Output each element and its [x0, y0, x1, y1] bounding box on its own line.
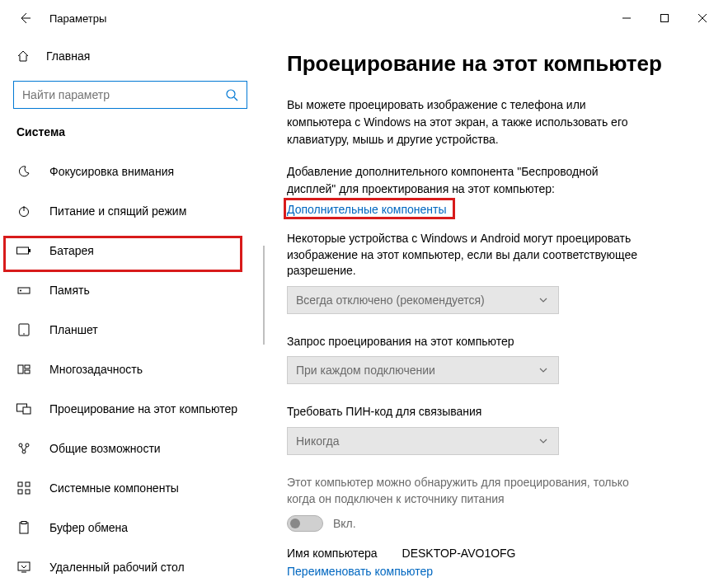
remote-icon [16, 561, 31, 574]
search-input[interactable] [22, 88, 222, 101]
svg-rect-20 [26, 490, 30, 494]
dropdown-value: Всегда отключено (рекомендуется) [296, 293, 537, 307]
setting-availability-label: Некоторые устройства с Windows и Android… [287, 231, 641, 279]
dropdown-value: При каждом подключении [296, 364, 537, 377]
sidebar-item-storage[interactable]: Память [0, 270, 261, 310]
sidebar-item-projecting[interactable]: Проецирование на этот компьютер [0, 389, 261, 429]
sidebar-item-shared[interactable]: Общие возможности [0, 429, 261, 468]
svg-rect-11 [25, 370, 30, 373]
sidebar-item-label: Буфер обмена [49, 521, 128, 534]
intro-text: Вы можете проецировать изображение с тел… [287, 96, 641, 148]
projecting-icon [16, 403, 31, 415]
sidebar-item-label: Питание и спящий режим [49, 204, 186, 218]
sidebar-item-tablet[interactable]: Планшет [0, 310, 261, 350]
minimize-button[interactable] [608, 5, 646, 31]
svg-point-15 [26, 444, 29, 447]
sidebar-item-label: Батарея [49, 244, 94, 257]
storage-icon [16, 284, 31, 297]
sidebar-item-focus[interactable]: Фокусировка внимания [0, 152, 261, 191]
chevron-down-icon [537, 365, 550, 375]
svg-rect-18 [26, 482, 30, 486]
window-title: Параметры [49, 12, 106, 25]
minimize-icon [622, 14, 631, 22]
sidebar-item-battery[interactable]: Батарея [0, 231, 261, 270]
svg-rect-17 [18, 482, 22, 486]
sidebar-item-label: Фокусировка внимания [49, 165, 174, 178]
sidebar-item-label: Системные компоненты [49, 481, 179, 495]
sidebar-item-label: Проецирование на этот компьютер [49, 402, 237, 415]
add-feature-text: Добавление дополнительного компонента "Б… [287, 163, 641, 198]
sidebar-item-components[interactable]: Системные компоненты [0, 468, 261, 508]
pc-name-label: Имя компьютера [287, 547, 378, 560]
setting-ask-label: Запрос проецирования на этот компьютер [287, 334, 641, 350]
discovery-toggle[interactable] [287, 515, 323, 532]
sidebar-item-label: Общие возможности [49, 442, 161, 455]
sidebar-item-label: Многозадачность [49, 363, 143, 376]
svg-point-6 [20, 290, 21, 292]
sidebar-item-label: Память [49, 284, 90, 297]
battery-icon [16, 246, 31, 256]
close-button[interactable] [683, 5, 721, 31]
maximize-button[interactable] [646, 5, 683, 31]
tablet-icon [16, 323, 31, 336]
optional-features-link[interactable]: Дополнительные компоненты [287, 203, 447, 216]
setting-ask-dropdown[interactable]: При каждом подключении [287, 356, 559, 384]
back-button[interactable] [7, 0, 43, 36]
search-icon [222, 88, 242, 101]
svg-rect-9 [18, 365, 23, 373]
page-title: Проецирование на этот компьютер [287, 51, 703, 77]
svg-rect-22 [21, 522, 26, 524]
search-box[interactable] [13, 81, 247, 109]
sidebar: Главная Система Фокусировка внимания Пит… [0, 36, 264, 582]
svg-point-1 [227, 90, 235, 98]
svg-rect-4 [29, 249, 31, 252]
setting-pin-label: Требовать ПИН-код для связывания [287, 404, 641, 420]
sidebar-item-clipboard[interactable]: Буфер обмена [0, 508, 261, 547]
rename-pc-link[interactable]: Переименовать компьютер [287, 565, 433, 578]
maximize-icon [660, 14, 669, 22]
pc-name-value: DESKTOP-AVO1OFG [402, 547, 516, 560]
setting-pin-dropdown[interactable]: Никогда [287, 427, 559, 455]
setting-availability-dropdown[interactable]: Всегда отключено (рекомендуется) [287, 286, 559, 314]
multitasking-icon [16, 363, 31, 376]
chevron-down-icon [537, 436, 550, 446]
close-icon [698, 14, 707, 22]
sidebar-item-label: Планшет [49, 323, 98, 336]
arrow-left-icon [18, 12, 31, 25]
title-bar: Параметры [0, 0, 728, 36]
sidebar-item-power[interactable]: Питание и спящий режим [0, 191, 261, 231]
svg-rect-3 [17, 247, 29, 254]
svg-point-8 [23, 333, 25, 335]
sidebar-item-label: Удаленный рабочий стол [49, 561, 185, 574]
svg-point-14 [19, 444, 22, 447]
svg-rect-0 [661, 15, 669, 22]
home-nav[interactable]: Главная [0, 40, 261, 73]
clipboard-icon [16, 521, 31, 534]
svg-rect-13 [23, 407, 31, 414]
sidebar-item-multitasking[interactable]: Многозадачность [0, 350, 261, 389]
components-icon [16, 481, 31, 495]
moon-icon [16, 165, 31, 178]
home-icon [16, 49, 31, 63]
svg-rect-23 [18, 562, 30, 570]
svg-rect-19 [18, 490, 22, 494]
chevron-down-icon [537, 295, 550, 305]
dropdown-value: Никогда [296, 434, 537, 448]
sidebar-item-remote[interactable]: Удаленный рабочий стол [0, 547, 261, 582]
svg-point-16 [22, 450, 26, 453]
category-header: Система [0, 117, 261, 143]
toggle-label: Вкл. [333, 517, 356, 530]
shared-icon [16, 442, 31, 455]
discovery-text: Этот компьютер можно обнаружить для прое… [287, 475, 641, 507]
home-label: Главная [46, 49, 90, 63]
svg-rect-10 [25, 365, 30, 368]
main-content: Проецирование на этот компьютер Вы может… [264, 36, 728, 582]
power-icon [16, 204, 31, 218]
